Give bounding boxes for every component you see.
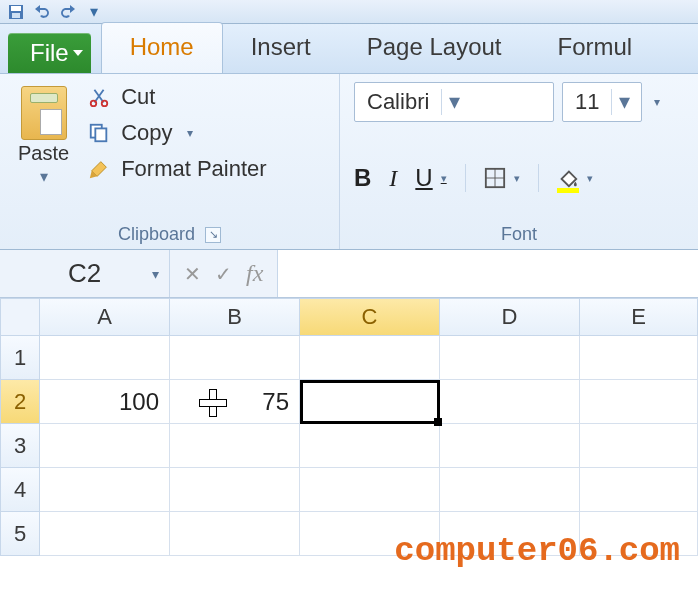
cell-B2[interactable]: 75 (170, 380, 300, 424)
font-name-combo[interactable]: Calibri ▾ (354, 82, 554, 122)
cell-D1[interactable] (440, 336, 580, 380)
group-clipboard-title: Clipboard (118, 224, 195, 245)
select-all-corner[interactable] (0, 298, 40, 336)
format-painter-icon (87, 157, 111, 181)
underline-button[interactable]: U▾ (415, 164, 446, 192)
cell-C3[interactable] (300, 424, 440, 468)
clipboard-dialog-launcher-icon[interactable]: ↘ (205, 227, 221, 243)
cell-B1[interactable] (170, 336, 300, 380)
copy-button[interactable]: Copy ▾ (87, 120, 267, 146)
format-painter-label: Format Painter (121, 156, 267, 182)
italic-button[interactable]: I (389, 165, 397, 192)
enter-formula-icon[interactable]: ✓ (215, 262, 232, 286)
cell-C2[interactable] (300, 380, 440, 424)
paste-button[interactable]: Paste ▾ (14, 82, 73, 190)
copy-icon (87, 121, 111, 145)
ribbon-tab-row: File Home Insert Page Layout Formul (0, 24, 698, 74)
font-name-dropdown-icon[interactable]: ▾ (441, 89, 467, 115)
cell-B5[interactable] (170, 512, 300, 556)
cell-E3[interactable] (580, 424, 698, 468)
group-font-title: Font (501, 224, 537, 245)
tab-home[interactable]: Home (101, 22, 223, 73)
row-header-2[interactable]: 2 (0, 380, 40, 424)
svg-point-4 (102, 101, 108, 107)
svg-rect-2 (12, 13, 20, 18)
formula-input[interactable] (277, 250, 698, 297)
cell-B4[interactable] (170, 468, 300, 512)
cell-A1[interactable] (40, 336, 170, 380)
column-header-A[interactable]: A (40, 298, 170, 336)
column-header-C[interactable]: C (300, 298, 440, 336)
cut-button[interactable]: Cut (87, 84, 267, 110)
cell-D2[interactable] (440, 380, 580, 424)
cell-E4[interactable] (580, 468, 698, 512)
tab-page-layout[interactable]: Page Layout (339, 23, 530, 73)
cut-icon (87, 85, 111, 109)
borders-dropdown-icon[interactable]: ▾ (514, 172, 520, 185)
cell-A3[interactable] (40, 424, 170, 468)
group-clipboard: Paste ▾ Cut Copy ▾ (0, 74, 340, 249)
fill-color-swatch (557, 188, 579, 193)
column-header-D[interactable]: D (440, 298, 580, 336)
tab-file-label: File (30, 39, 69, 66)
cell-C1[interactable] (300, 336, 440, 380)
group-font: Calibri ▾ 11 ▾ ▾ B I U▾ ▾ ▾ (340, 74, 698, 249)
save-icon[interactable] (8, 4, 24, 20)
row-header-3[interactable]: 3 (0, 424, 40, 468)
cell-C4[interactable] (300, 468, 440, 512)
cell-A2[interactable]: 100 (40, 380, 170, 424)
font-size-combo[interactable]: 11 ▾ (562, 82, 642, 122)
row-header-1[interactable]: 1 (0, 336, 40, 380)
column-header-B[interactable]: B (170, 298, 300, 336)
qat-customize-icon[interactable]: ▾ (86, 4, 102, 20)
cell-D3[interactable] (440, 424, 580, 468)
underline-dropdown-icon[interactable]: ▾ (441, 172, 447, 185)
undo-icon[interactable] (34, 4, 50, 20)
name-box[interactable]: C2 ▾ (0, 250, 170, 297)
format-painter-button[interactable]: Format Painter (87, 156, 267, 182)
cell-A4[interactable] (40, 468, 170, 512)
separator (465, 164, 466, 192)
tab-formulas[interactable]: Formul (530, 23, 661, 73)
redo-icon[interactable] (60, 4, 76, 20)
paste-label: Paste (18, 142, 69, 165)
separator (538, 164, 539, 192)
cell-E1[interactable] (580, 336, 698, 380)
ribbon: Paste ▾ Cut Copy ▾ (0, 74, 698, 250)
row-header-5[interactable]: 5 (0, 512, 40, 556)
worksheet[interactable]: A B C D E 1 2 100 75 3 4 5 (0, 298, 698, 556)
cell-B3[interactable] (170, 424, 300, 468)
copy-label: Copy (121, 120, 172, 146)
fill-color-button[interactable]: ▾ (557, 167, 593, 189)
name-box-dropdown-icon[interactable]: ▾ (152, 266, 159, 282)
tab-formulas-label: Formul (558, 33, 633, 60)
tab-home-label: Home (130, 33, 194, 60)
column-header-E[interactable]: E (580, 298, 698, 336)
borders-button[interactable]: ▾ (484, 167, 520, 189)
svg-point-3 (91, 101, 97, 107)
copy-dropdown-icon[interactable]: ▾ (187, 126, 193, 140)
insert-function-icon[interactable]: fx (246, 260, 263, 287)
formula-bar-row: C2 ▾ ✕ ✓ fx (0, 250, 698, 298)
tab-page-layout-label: Page Layout (367, 33, 502, 60)
svg-rect-6 (95, 128, 106, 141)
cell-A5[interactable] (40, 512, 170, 556)
cut-label: Cut (121, 84, 155, 110)
tab-insert[interactable]: Insert (223, 23, 339, 73)
bold-button[interactable]: B (354, 164, 371, 192)
paste-icon (21, 86, 67, 140)
cell-D4[interactable] (440, 468, 580, 512)
row-header-4[interactable]: 4 (0, 468, 40, 512)
font-name-value: Calibri (355, 89, 441, 115)
fill-color-dropdown-icon[interactable]: ▾ (587, 172, 593, 185)
font-size-value: 11 (563, 89, 611, 115)
tab-file[interactable]: File (8, 33, 91, 73)
cell-E2[interactable] (580, 380, 698, 424)
cancel-formula-icon[interactable]: ✕ (184, 262, 201, 286)
font-size-dropdown-icon[interactable]: ▾ (611, 89, 637, 115)
tab-insert-label: Insert (251, 33, 311, 60)
paste-dropdown-icon[interactable]: ▾ (40, 167, 48, 186)
name-box-value: C2 (68, 258, 101, 289)
font-group-more-icon[interactable]: ▾ (654, 95, 660, 109)
watermark-text: computer06.com (394, 532, 680, 570)
